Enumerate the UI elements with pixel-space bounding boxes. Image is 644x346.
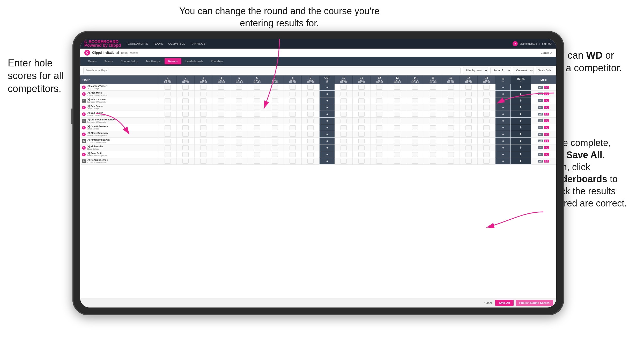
hole-12-input[interactable] xyxy=(371,158,388,165)
hole-7-input[interactable] xyxy=(266,158,284,165)
hole-7-input[interactable] xyxy=(266,131,284,138)
dq-button[interactable]: DQ xyxy=(544,106,549,109)
hole-10-input[interactable] xyxy=(335,91,353,97)
hole-16-input[interactable] xyxy=(442,97,460,104)
nav-teams[interactable]: TEAMS xyxy=(153,42,163,45)
wd-button[interactable]: WD xyxy=(538,140,543,142)
wd-button[interactable]: WD xyxy=(538,99,543,102)
score-input-hole-1[interactable] xyxy=(165,152,171,157)
hole-6-input[interactable] xyxy=(248,97,266,104)
score-input-hole-12[interactable] xyxy=(376,92,382,96)
hole-3-input[interactable] xyxy=(195,118,212,124)
hole-18-input[interactable] xyxy=(478,151,495,158)
score-input-hole-2[interactable] xyxy=(182,132,189,137)
hole-14-input[interactable] xyxy=(406,144,424,151)
hole-4-input[interactable] xyxy=(212,131,230,138)
score-input-hole-11[interactable] xyxy=(358,105,365,110)
hole-16-input[interactable] xyxy=(442,138,460,144)
hole-3-input[interactable] xyxy=(195,138,212,144)
score-input-hole-14[interactable] xyxy=(412,98,418,103)
score-input-hole-8[interactable] xyxy=(290,85,296,90)
score-input-hole-3[interactable] xyxy=(200,105,206,110)
score-input-hole-15[interactable] xyxy=(430,145,436,150)
hole-4-input[interactable] xyxy=(212,151,230,158)
hole-15-input[interactable] xyxy=(424,118,442,124)
hole-5-input[interactable] xyxy=(230,151,248,158)
score-input-hole-1[interactable] xyxy=(165,105,171,110)
wd-button[interactable]: WD xyxy=(538,126,543,129)
score-input-hole-15[interactable] xyxy=(430,139,436,143)
hole-12-input[interactable] xyxy=(371,151,388,158)
hole-4-input[interactable] xyxy=(212,144,230,151)
hole-3-input[interactable] xyxy=(195,151,212,158)
hole-4-input[interactable] xyxy=(212,158,230,165)
hole-14-input[interactable] xyxy=(406,151,424,158)
hole-16-input[interactable] xyxy=(442,104,460,111)
score-input-hole-18[interactable] xyxy=(483,112,490,117)
score-input-hole-10[interactable] xyxy=(340,85,347,90)
score-input-hole-5[interactable] xyxy=(236,145,242,150)
hole-12-input[interactable] xyxy=(371,84,388,91)
hole-8-input[interactable] xyxy=(284,118,302,124)
wd-button[interactable]: WD xyxy=(538,119,543,122)
hole-6-input[interactable] xyxy=(248,138,266,144)
score-input-hole-9[interactable] xyxy=(307,92,314,96)
score-input-hole-3[interactable] xyxy=(200,152,206,157)
hole-13-input[interactable] xyxy=(388,111,406,118)
score-input-hole-2[interactable] xyxy=(182,139,189,143)
score-input-hole-10[interactable] xyxy=(340,145,347,150)
hole-2-input[interactable] xyxy=(177,144,195,151)
hole-5-input[interactable] xyxy=(230,97,248,104)
score-input-hole-16[interactable] xyxy=(448,132,454,137)
hole-1-input[interactable] xyxy=(159,118,177,124)
hole-14-input[interactable] xyxy=(406,111,424,118)
hole-8-input[interactable] xyxy=(284,131,302,138)
hole-4-input[interactable] xyxy=(212,138,230,144)
hole-2-input[interactable] xyxy=(177,138,195,144)
hole-1-input[interactable] xyxy=(159,111,177,118)
score-input-hole-8[interactable] xyxy=(290,132,296,137)
score-input-hole-12[interactable] xyxy=(376,112,382,117)
score-input-hole-5[interactable] xyxy=(236,92,242,96)
tab-teams[interactable]: Teams xyxy=(101,58,116,64)
hole-9-input[interactable] xyxy=(302,104,320,111)
score-input-hole-18[interactable] xyxy=(483,132,490,137)
score-input-hole-15[interactable] xyxy=(430,159,436,164)
score-input-hole-12[interactable] xyxy=(376,145,382,150)
hole-11-input[interactable] xyxy=(353,158,371,165)
hole-17-input[interactable] xyxy=(460,111,478,118)
hole-8-input[interactable] xyxy=(284,111,302,118)
score-input-hole-6[interactable] xyxy=(254,92,260,96)
score-input-hole-1[interactable] xyxy=(165,119,171,123)
hole-7-input[interactable] xyxy=(266,91,284,97)
score-input-hole-3[interactable] xyxy=(200,112,206,117)
score-input-hole-10[interactable] xyxy=(340,132,347,137)
wd-button[interactable]: WD xyxy=(538,93,543,95)
hole-16-input[interactable] xyxy=(442,131,460,138)
hole-4-input[interactable] xyxy=(212,111,230,118)
score-input-hole-7[interactable] xyxy=(272,125,278,130)
hole-10-input[interactable] xyxy=(335,131,353,138)
hole-18-input[interactable] xyxy=(478,91,495,97)
hole-1-input[interactable] xyxy=(159,97,177,104)
hole-9-input[interactable] xyxy=(302,118,320,124)
hole-5-input[interactable] xyxy=(230,111,248,118)
filter-team-dropdown[interactable]: Filter by team xyxy=(463,67,488,74)
hole-4-input[interactable] xyxy=(212,97,230,104)
score-input-hole-17[interactable] xyxy=(465,132,472,137)
hole-5-input[interactable] xyxy=(230,138,248,144)
hole-17-input[interactable] xyxy=(460,84,478,91)
hole-13-input[interactable] xyxy=(388,138,406,144)
hole-18-input[interactable] xyxy=(478,138,495,144)
score-input-hole-14[interactable] xyxy=(412,159,418,164)
score-input-hole-10[interactable] xyxy=(340,92,347,96)
tab-details[interactable]: Details xyxy=(84,58,100,64)
dq-button[interactable]: DQ xyxy=(544,146,549,149)
wd-button[interactable]: WD xyxy=(538,146,543,149)
score-input-hole-2[interactable] xyxy=(182,125,189,130)
hole-9-input[interactable] xyxy=(302,158,320,165)
score-input-hole-16[interactable] xyxy=(448,139,454,143)
score-input-hole-6[interactable] xyxy=(254,119,260,123)
score-input-hole-2[interactable] xyxy=(182,145,189,150)
score-input-hole-4[interactable] xyxy=(218,105,224,110)
